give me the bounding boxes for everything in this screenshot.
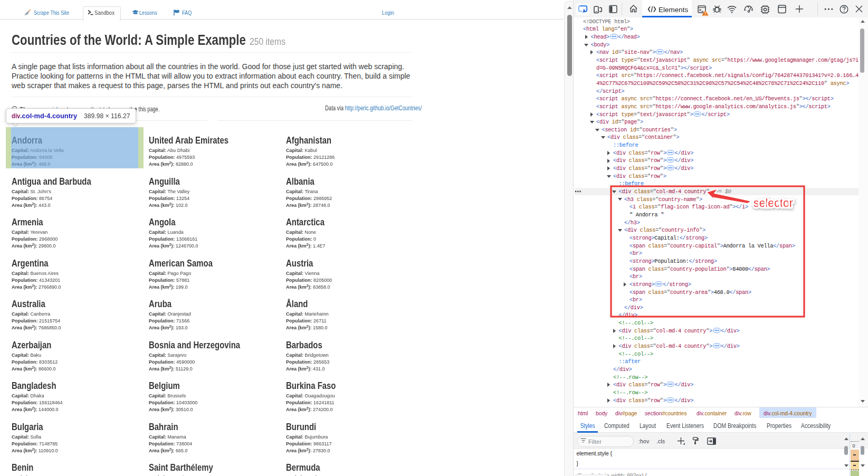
- svg-text:selector: selector: [753, 197, 793, 210]
